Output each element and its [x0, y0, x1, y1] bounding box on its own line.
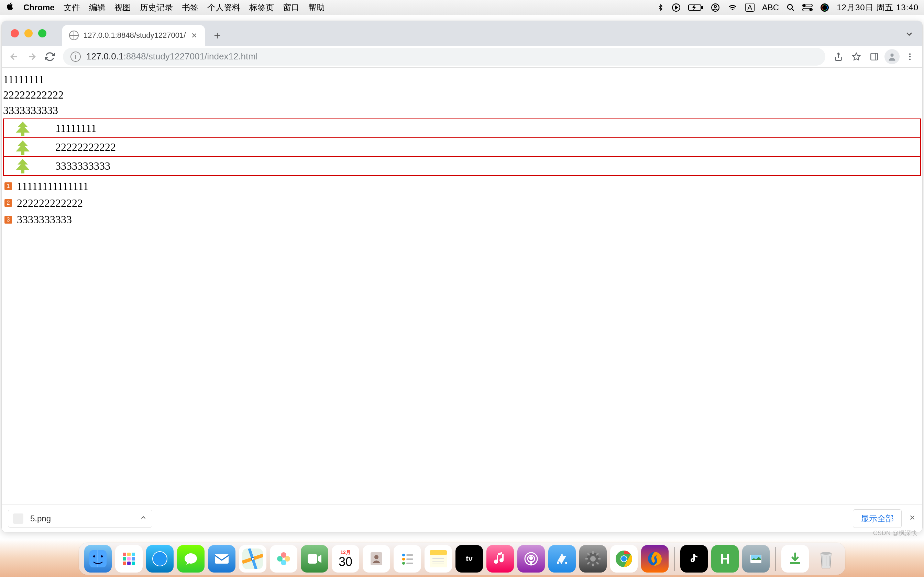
control-center-icon[interactable] [802, 4, 813, 11]
siri-icon[interactable] [820, 3, 829, 12]
dock-finder[interactable] [84, 545, 112, 572]
svg-rect-31 [215, 554, 229, 564]
svg-rect-42 [406, 554, 413, 556]
nav-reload-button[interactable] [42, 49, 57, 64]
menu-profiles[interactable]: 个人资料 [207, 2, 240, 13]
play-status-icon[interactable] [672, 3, 681, 12]
download-item-menu[interactable] [140, 514, 147, 524]
dock-notes[interactable] [425, 545, 452, 572]
dock-maps[interactable] [239, 545, 267, 572]
dock-calendar[interactable]: 12月 30 [332, 545, 359, 572]
list-item: 11111111 [3, 72, 921, 87]
svg-point-5 [788, 5, 792, 9]
browser-tab[interactable]: 127.0.0.1:8848/study1227001/ [62, 25, 205, 46]
user-switch-icon[interactable] [711, 3, 720, 12]
menu-help[interactable]: 帮助 [309, 2, 325, 13]
dock-appstore[interactable] [548, 545, 576, 572]
chrome-window: 127.0.0.1:8848/study1227001/ + i 127.0.0… [2, 21, 922, 532]
download-shelf-close-button[interactable] [908, 514, 916, 524]
dock-app-hbuilder[interactable]: H [711, 545, 739, 572]
dock-safari[interactable] [146, 545, 174, 572]
menu-window[interactable]: 窗口 [283, 2, 299, 13]
dock-podcasts[interactable] [517, 545, 545, 572]
dock-firefox[interactable] [641, 545, 669, 572]
dock-photos[interactable] [270, 545, 297, 572]
sidepanel-button[interactable] [867, 49, 882, 64]
dock-tv[interactable]: tv [456, 545, 483, 572]
wifi-icon[interactable] [727, 3, 738, 12]
svg-point-58 [621, 556, 627, 562]
menu-tabs[interactable]: 标签页 [249, 2, 274, 13]
list-item-text: 3333333333 [55, 158, 110, 174]
list-item-text: 22222222222 [55, 139, 116, 155]
dock-app-tiktok[interactable] [680, 545, 708, 572]
window-close-button[interactable] [11, 29, 19, 37]
svg-point-4 [714, 5, 716, 8]
dock-reminders[interactable] [394, 545, 421, 572]
window-fullscreen-button[interactable] [38, 29, 47, 37]
profile-avatar[interactable] [884, 49, 900, 64]
svg-point-33 [251, 558, 254, 560]
svg-point-53 [565, 562, 567, 564]
input-source-indicator[interactable]: A [745, 3, 754, 12]
dock-mail[interactable] [208, 545, 236, 572]
dock-chrome[interactable] [610, 545, 638, 572]
battery-icon[interactable] [688, 4, 703, 11]
tab-close-button[interactable] [191, 32, 198, 39]
share-button[interactable] [831, 49, 846, 64]
dock-separator [674, 547, 675, 571]
menu-bookmarks[interactable]: 书签 [182, 2, 198, 13]
tab-overflow-button[interactable] [905, 29, 914, 40]
site-info-icon[interactable]: i [71, 52, 81, 62]
dock-music[interactable] [486, 545, 514, 572]
nav-back-button[interactable] [6, 49, 22, 64]
menu-file[interactable]: 文件 [64, 2, 80, 13]
svg-point-51 [530, 557, 533, 559]
dock-app-preview[interactable] [742, 545, 770, 572]
menubar-clock[interactable]: 12月30日 周五 13:40 [837, 2, 919, 13]
download-show-all-button[interactable]: 显示全部 [853, 509, 901, 528]
new-tab-button[interactable]: + [209, 27, 226, 44]
calendar-day: 30 [339, 556, 352, 568]
tree-marker-icon [4, 159, 42, 173]
window-minimize-button[interactable] [24, 29, 33, 37]
menu-edit[interactable]: 编辑 [89, 2, 105, 13]
address-bar[interactable]: i 127.0.0.1:8848/study1227001/index12.ht… [63, 48, 825, 66]
list-item: 3333333333 [3, 103, 921, 118]
svg-point-40 [374, 555, 378, 559]
globe-icon [69, 31, 79, 40]
menu-view[interactable]: 视图 [115, 2, 131, 13]
input-source-label[interactable]: ABC [762, 3, 779, 12]
dock-launchpad[interactable] [115, 545, 143, 572]
menu-history[interactable]: 历史记录 [140, 2, 173, 13]
svg-point-7 [804, 5, 805, 6]
list-item: 3333333333 [3, 156, 921, 176]
list-item: 11111111 [3, 118, 921, 138]
menubar-app-name[interactable]: Chrome [23, 3, 55, 12]
chrome-toolbar: i 127.0.0.1:8848/study1227001/index12.ht… [2, 46, 922, 68]
dock-settings[interactable] [579, 545, 607, 572]
toolbar-actions [831, 49, 918, 64]
svg-point-19 [101, 555, 103, 558]
list-item-text: 222222222222 [17, 195, 83, 211]
dock-trash[interactable] [812, 545, 840, 572]
svg-point-15 [909, 56, 911, 57]
spotlight-icon[interactable] [787, 3, 795, 12]
dock-downloads[interactable] [781, 545, 809, 572]
bluetooth-icon[interactable] [657, 3, 664, 12]
dock-separator [775, 547, 776, 571]
list-item: 22222222222 [3, 87, 921, 103]
download-item[interactable]: 5.png [8, 510, 152, 527]
chrome-tabstrip: 127.0.0.1:8848/study1227001/ + [2, 21, 922, 46]
chrome-menu-button[interactable] [902, 49, 918, 64]
nav-forward-button[interactable] [24, 49, 40, 64]
svg-rect-47 [430, 550, 447, 555]
apple-menu-icon[interactable] [5, 2, 15, 13]
dock-messages[interactable] [177, 545, 205, 572]
svg-point-37 [277, 556, 283, 562]
dock-contacts[interactable] [363, 545, 390, 572]
bookmark-button[interactable] [849, 49, 864, 64]
dock-facetime[interactable] [301, 545, 328, 572]
tab-title: 127.0.0.1:8848/study1227001/ [84, 31, 186, 40]
list-item: 22222222222 [3, 137, 921, 157]
